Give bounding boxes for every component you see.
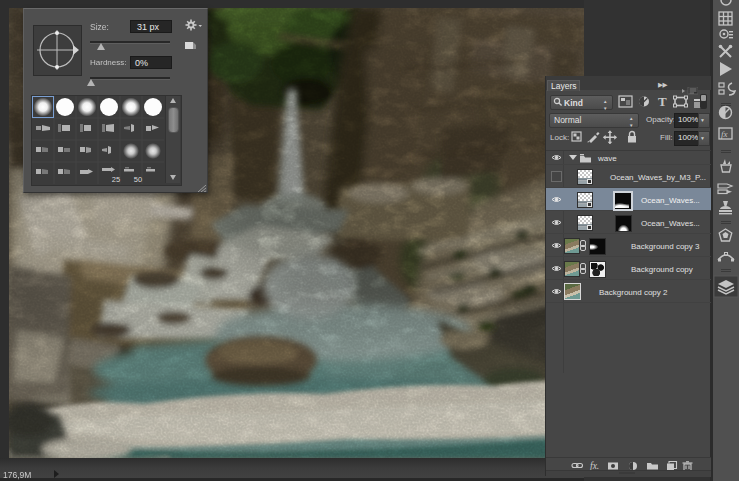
svg-text:25: 25 [112, 175, 120, 184]
svg-text:50: 50 [134, 175, 142, 184]
svg-text:T: T [658, 95, 667, 109]
svg-text:fx: fx [721, 129, 728, 139]
